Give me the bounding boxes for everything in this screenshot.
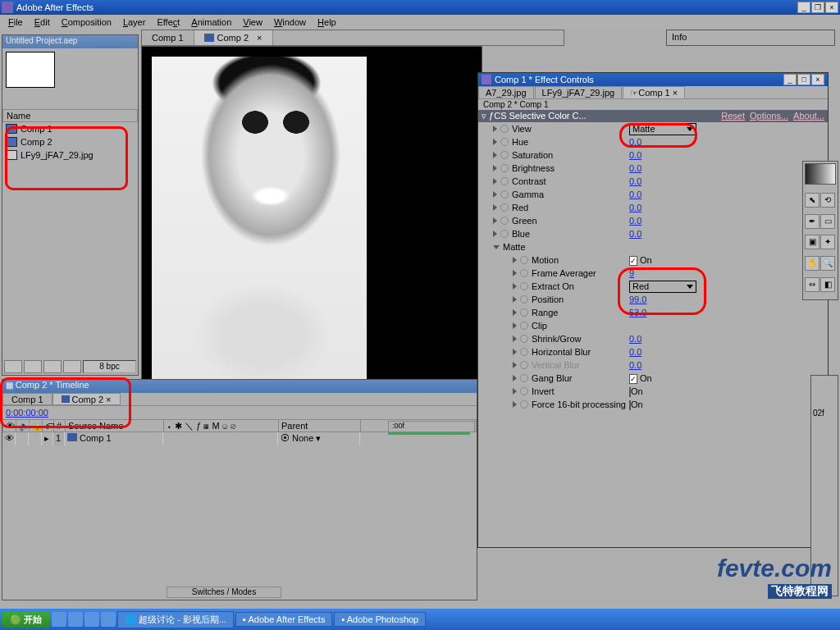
folder-button[interactable]: [24, 360, 42, 373]
source-col[interactable]: Source Name: [66, 420, 164, 431]
ql-ie-icon[interactable]: [52, 612, 66, 627]
value[interactable]: 0.0: [629, 176, 641, 186]
param-frame-averager[interactable]: Frame Averager9: [478, 267, 828, 280]
param-vertical-blur[interactable]: Vertical Blur0.0: [478, 358, 828, 372]
menu-effect[interactable]: Effect: [152, 16, 185, 28]
menu-view[interactable]: View: [238, 16, 267, 28]
trash-button[interactable]: [63, 360, 81, 373]
tab-close-icon[interactable]: ×: [257, 33, 262, 43]
stopwatch-icon[interactable]: [520, 348, 528, 356]
stopwatch-icon[interactable]: [500, 164, 509, 172]
comp-viewer[interactable]: [141, 46, 482, 415]
value[interactable]: 0.0: [629, 347, 641, 357]
value[interactable]: 0.0: [629, 203, 641, 212]
checkbox[interactable]: ✓: [629, 374, 637, 384]
comp-tab-2[interactable]: Comp 2×: [194, 30, 273, 45]
param-force-16-bit-processing[interactable]: Force 16-bit processing On: [478, 398, 828, 411]
eff-tab-2[interactable]: ☞Comp 1 ×: [623, 86, 685, 98]
restore-button[interactable]: ❐: [811, 2, 824, 13]
param-motion[interactable]: Motion✓ On: [478, 253, 828, 267]
param-red[interactable]: Red0.0: [478, 201, 828, 214]
stopwatch-icon[interactable]: [520, 374, 528, 382]
stopwatch-icon[interactable]: [520, 335, 528, 343]
dropdown[interactable]: Red: [629, 281, 696, 293]
tl-tab-2[interactable]: Comp 2 ×: [52, 393, 121, 405]
menu-composition[interactable]: Composition: [57, 16, 116, 28]
value[interactable]: 0.0: [629, 360, 641, 370]
stopwatch-icon[interactable]: [520, 269, 528, 277]
lock-col-icon[interactable]: 🔒: [30, 420, 43, 431]
minimize-button[interactable]: _: [797, 2, 810, 13]
menu-animation[interactable]: Animation: [186, 16, 236, 28]
options-link[interactable]: Options...: [750, 111, 788, 121]
stopwatch-icon[interactable]: [520, 308, 528, 317]
param-hue[interactable]: Hue0.0: [478, 135, 828, 148]
close-button[interactable]: ×: [825, 2, 838, 13]
value[interactable]: 0.0: [629, 137, 641, 147]
value[interactable]: 0.0: [629, 163, 641, 173]
menu-window[interactable]: Window: [269, 16, 311, 28]
stopwatch-icon[interactable]: [500, 203, 509, 212]
param-blue[interactable]: Blue0.0: [478, 227, 828, 240]
param-brightness[interactable]: Brightness0.0: [478, 162, 828, 175]
vis-col-icon[interactable]: 👁: [3, 420, 16, 431]
hand-tool[interactable]: ✋: [805, 256, 819, 271]
parent-col[interactable]: Parent: [279, 420, 361, 431]
camera-tool[interactable]: ▣: [805, 235, 819, 249]
ql-app2-icon[interactable]: [101, 612, 116, 627]
start-button[interactable]: 🟢 开始: [2, 612, 50, 628]
selection-tool[interactable]: ⬉: [805, 193, 819, 208]
param-view[interactable]: ViewMatte: [478, 122, 828, 135]
task-item-2[interactable]: ▪ Adobe After Effects: [235, 612, 332, 627]
param-matte[interactable]: Matte: [478, 240, 828, 253]
menu-layer[interactable]: Layer: [118, 16, 151, 28]
timeline-ruler[interactable]: :00f: [388, 421, 475, 432]
param-green[interactable]: Green0.0: [478, 214, 828, 227]
info-tab[interactable]: Info: [667, 30, 834, 43]
timeline-title[interactable]: ▦ Comp 2 * Timeline: [2, 380, 477, 393]
audio-col-icon[interactable]: 🔊: [16, 420, 30, 431]
checkbox[interactable]: [629, 387, 631, 397]
value[interactable]: 9: [629, 268, 634, 278]
value[interactable]: 0.0: [629, 229, 641, 239]
misc-tool[interactable]: ◧: [820, 277, 835, 292]
stopwatch-icon[interactable]: [500, 230, 509, 238]
value[interactable]: 53.0: [629, 308, 646, 317]
eff-close-button[interactable]: ×: [811, 74, 824, 85]
project-col-name[interactable]: Name: [2, 109, 138, 122]
pan-tool[interactable]: ⇔: [805, 277, 819, 292]
dropdown[interactable]: Matte: [629, 123, 696, 135]
effect-titlebar[interactable]: Comp 1 * Effect Controls _ □ ×: [478, 73, 828, 86]
label-col[interactable]: 🏷: [43, 420, 54, 431]
stopwatch-icon[interactable]: [520, 282, 528, 290]
rotate-tool[interactable]: ⟲: [820, 193, 835, 208]
axis-tool[interactable]: ✦: [820, 235, 835, 249]
stopwatch-icon[interactable]: [520, 322, 528, 330]
timeline-workarea[interactable]: [388, 432, 470, 435]
param-shrink/grow[interactable]: Shrink/Grow0.0: [478, 332, 828, 345]
stopwatch-icon[interactable]: [520, 361, 528, 369]
menu-edit[interactable]: Edit: [30, 16, 55, 28]
param-extract-on[interactable]: Extract OnRed: [478, 280, 828, 293]
task-item-1[interactable]: 🌐 超级讨论 - 影视后期...: [117, 611, 234, 628]
menu-file[interactable]: File: [3, 16, 28, 28]
switches-modes-toggle[interactable]: Switches / Modes: [167, 587, 281, 598]
bpc-indicator[interactable]: 8 bpc: [83, 360, 136, 373]
stopwatch-icon[interactable]: [520, 387, 528, 395]
reset-link[interactable]: Reset: [721, 111, 745, 121]
eff-tab-1[interactable]: LFy9_jFA7_29.jpg: [535, 86, 623, 98]
comp-tab-1[interactable]: Comp 1: [142, 30, 194, 45]
project-item-image[interactable]: LFy9_jFA7_29.jpg: [2, 148, 138, 162]
pen-tool[interactable]: ✒: [805, 214, 819, 229]
timeline-time[interactable]: 0:00:00:00: [2, 406, 477, 419]
ql-app-icon[interactable]: [84, 612, 99, 627]
menu-help[interactable]: Help: [313, 16, 341, 28]
value[interactable]: 99.0: [629, 294, 646, 304]
project-item-comp1[interactable]: Comp 1: [2, 122, 138, 135]
tl-tab-1[interactable]: Comp 1: [2, 393, 52, 405]
rect-tool[interactable]: ▭: [820, 214, 835, 229]
param-gamma[interactable]: Gamma0.0: [478, 188, 828, 201]
value[interactable]: 0.0: [629, 334, 641, 344]
stopwatch-icon[interactable]: [500, 190, 509, 199]
task-item-3[interactable]: ▪ Adobe Photoshop: [334, 612, 426, 627]
